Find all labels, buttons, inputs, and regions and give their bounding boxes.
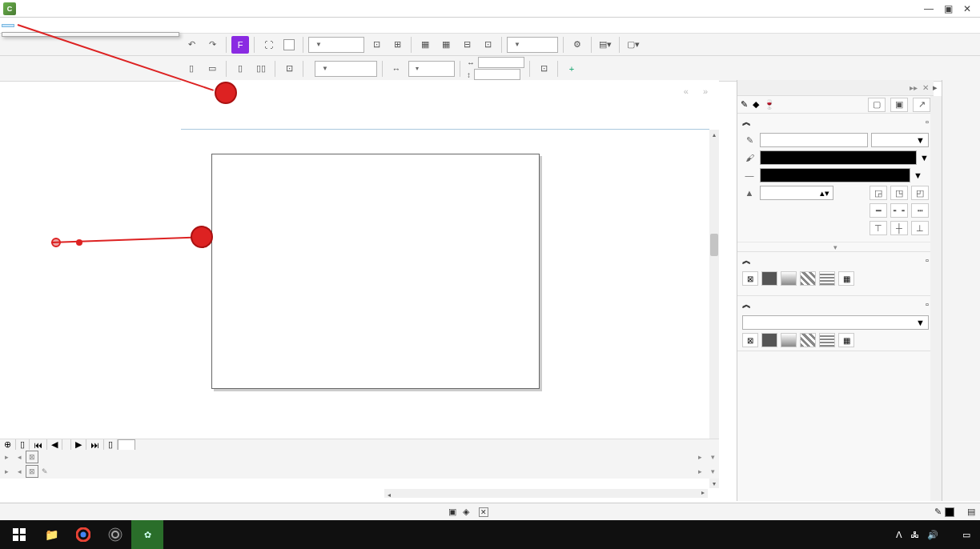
corner-3[interactable]: ◰ — [911, 186, 929, 200]
uniform-trans-button[interactable] — [761, 333, 777, 347]
outline-units-combo[interactable]: ▼ — [871, 133, 929, 147]
tab-trans-icon[interactable]: 🍷 — [764, 99, 775, 110]
horizontal-scrollbar[interactable]: ◂ ▸ — [384, 489, 708, 498]
pos-2[interactable]: ┼ — [890, 221, 908, 235]
menu-layout[interactable] — [40, 24, 53, 27]
doc-palette-next-icon[interactable]: ▸ — [693, 465, 706, 478]
snap-to-combo[interactable]: ▼ — [507, 37, 558, 53]
chrome-icon[interactable] — [67, 520, 99, 549]
no-trans-button[interactable]: ⊠ — [742, 333, 758, 347]
menu-file[interactable] — [2, 24, 14, 27]
obs-icon[interactable] — [99, 520, 131, 549]
grid-button[interactable]: ▦ — [437, 36, 455, 54]
outline-width-field[interactable] — [760, 133, 868, 147]
tray-up-icon[interactable]: ᐱ — [896, 530, 902, 540]
section-options-icon[interactable]: ▫ — [926, 255, 929, 265]
no-color-swatch[interactable]: ⊠ — [26, 451, 38, 463]
scroll-down-icon[interactable]: ▾ — [709, 479, 719, 488]
fountain-fill-button[interactable] — [781, 271, 797, 286]
expand-outline-icon[interactable]: ▾ — [737, 242, 934, 251]
redo-button[interactable]: ↷ — [203, 36, 221, 54]
zoom-fit-button[interactable]: ⊡ — [368, 36, 385, 54]
pattern-trans-button[interactable] — [800, 333, 816, 347]
orientation-landscape[interactable]: ▭ — [203, 60, 221, 78]
treat-as-button[interactable]: ⊡ — [535, 60, 552, 78]
doc-palette-options-icon[interactable]: ▸ — [0, 465, 13, 478]
coreldraw-taskbar-icon[interactable]: ✿ — [131, 520, 163, 549]
app-button[interactable]: ▢▾ — [625, 36, 642, 54]
scroll-thumb[interactable] — [710, 234, 718, 256]
eyedropper-icon[interactable]: ✎ — [38, 465, 51, 478]
scroll-left-icon[interactable]: ◂ — [384, 491, 394, 499]
chevron-icon[interactable]: ︽ — [742, 254, 751, 266]
add-page-plus[interactable]: ⊕ — [0, 439, 16, 450]
chevron-icon[interactable]: ︽ — [742, 116, 751, 128]
section-options-icon[interactable]: ▫ — [926, 117, 929, 126]
merge-mode-combo[interactable]: ▼ — [742, 315, 929, 330]
prev-page-button[interactable]: ◀ — [47, 439, 62, 450]
doc-palette-add-icon[interactable]: ◂ — [13, 465, 26, 478]
tab-fill-icon[interactable]: ◆ — [753, 99, 759, 110]
doc-palette-flyout-icon[interactable]: ▾ — [706, 465, 719, 478]
corner-2[interactable]: ◳ — [890, 186, 908, 200]
menu-tools[interactable] — [117, 24, 130, 27]
outline-style-field[interactable] — [760, 168, 910, 182]
canvas-viewport[interactable] — [181, 130, 709, 488]
pos-3[interactable]: ⊥ — [911, 221, 929, 235]
page-icon[interactable]: ▯ — [16, 439, 30, 450]
palette-next-icon[interactable]: ▸ — [693, 451, 706, 463]
page-facing[interactable]: ▯▯ — [252, 60, 270, 78]
palette-flyout-icon[interactable]: ▾ — [706, 451, 719, 463]
cap-1[interactable]: ━ — [870, 203, 887, 218]
vertical-scrollbar[interactable]: ▴ ▾ — [709, 130, 719, 488]
scroll-up-icon[interactable]: ▴ — [709, 130, 719, 139]
pattern-fill-button[interactable] — [800, 271, 816, 286]
nav-next-icon[interactable]: » — [703, 86, 708, 96]
action-center-icon[interactable]: ▭ — [962, 530, 970, 540]
duplicate-y-field[interactable] — [474, 69, 520, 80]
view-mode-2[interactable]: ▣ — [890, 98, 908, 112]
menu-object[interactable] — [53, 24, 66, 27]
zoom-combo[interactable]: ▼ — [308, 37, 364, 53]
outline-color-swatch[interactable] — [945, 507, 954, 517]
orientation-portrait[interactable]: ▯ — [183, 60, 200, 78]
publish-button[interactable]: F — [231, 36, 249, 54]
nav-prev-icon[interactable]: « — [684, 86, 689, 96]
nudge-field[interactable]: ▾ — [408, 61, 455, 77]
view-mode-1[interactable]: ▢ — [868, 98, 886, 112]
thumbnail-button[interactable] — [280, 36, 298, 54]
color-swatches[interactable] — [40, 451, 692, 463]
section-options-icon[interactable]: ▫ — [926, 299, 929, 309]
tab-outline-icon[interactable]: ✎ — [741, 99, 748, 110]
menu-view[interactable] — [27, 24, 40, 27]
style-arrow-icon[interactable]: ▼ — [914, 170, 922, 180]
network-icon[interactable]: 🖧 — [910, 530, 919, 539]
minimize-button[interactable]: — — [919, 2, 938, 16]
menu-help[interactable] — [143, 24, 155, 27]
corner-1[interactable]: ◲ — [870, 186, 887, 200]
no-fill-button[interactable]: ⊠ — [742, 271, 758, 286]
color-arrow-icon[interactable]: ▼ — [920, 153, 929, 162]
outline-color-field[interactable] — [760, 150, 917, 165]
doc-no-color[interactable]: ⊠ — [26, 465, 38, 478]
docker-close-icon[interactable]: ✕ — [922, 83, 929, 92]
docker-collapse-icon[interactable]: ▸▸ — [910, 83, 918, 92]
scroll-right-icon[interactable]: ▸ — [698, 489, 708, 496]
snap-button[interactable]: ⊡ — [479, 36, 496, 54]
last-page-button[interactable]: ⏭ — [86, 439, 104, 450]
next-page-button[interactable]: ▶ — [71, 439, 86, 450]
docker-more-icon[interactable]: ▸ — [929, 80, 942, 94]
units-combo[interactable]: ▼ — [315, 61, 377, 77]
pos-1[interactable]: ⊤ — [870, 221, 887, 235]
start-button[interactable] — [3, 520, 35, 549]
fill-none-swatch[interactable]: ✕ — [479, 507, 488, 517]
palette-prev-icon[interactable]: ◂ — [13, 451, 26, 463]
page-single[interactable]: ▯ — [231, 60, 249, 78]
menu-text[interactable] — [91, 24, 104, 27]
launch-button[interactable]: ▤▾ — [596, 36, 614, 54]
guides-button[interactable]: ⊟ — [458, 36, 476, 54]
volume-icon[interactable]: 🔊 — [927, 530, 938, 540]
menu-window[interactable] — [130, 24, 143, 27]
add-page-button[interactable]: ▯ — [104, 439, 118, 450]
palette-options-icon[interactable]: ▸ — [0, 451, 13, 463]
